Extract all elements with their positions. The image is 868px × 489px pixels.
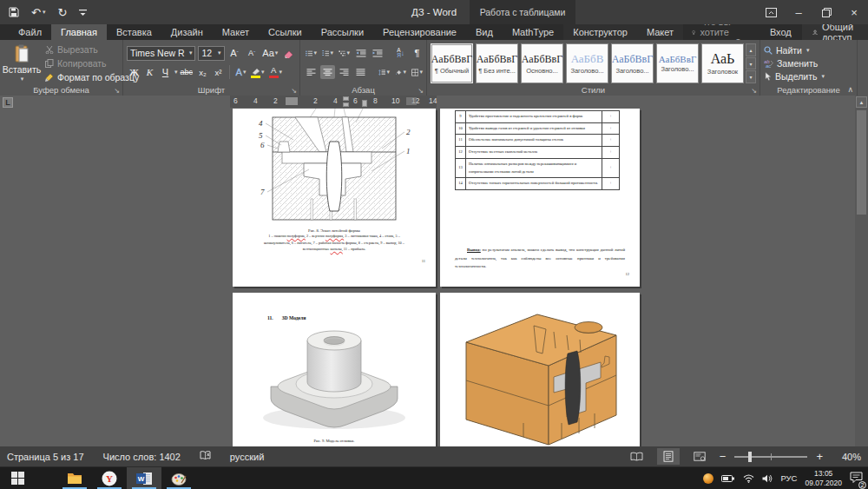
style-heading3[interactable]: АаБбВвГ Заголово... xyxy=(656,43,699,83)
style-no-spacing[interactable]: АаБбВвГ ¶ Без инте... xyxy=(476,43,518,83)
find-button[interactable]: Найти ▾ xyxy=(764,43,853,56)
paste-button[interactable]: Вставить ▾ xyxy=(3,43,40,83)
page-2[interactable]: 9 Удобство проставления и надежность кре… xyxy=(440,109,640,287)
print-layout-button[interactable] xyxy=(657,448,680,465)
taskbar-yandex-browser[interactable]: Y xyxy=(92,467,127,489)
select-button[interactable]: Выделить ▾ xyxy=(764,69,853,83)
borders-dropdown-icon[interactable]: ▾ xyxy=(419,69,423,76)
text-effects-dropdown-icon[interactable]: ▾ xyxy=(243,69,247,76)
font-name-dropdown-icon[interactable]: ▾ xyxy=(189,50,193,56)
style-normal[interactable]: АаБбВвГ ¶ Обычный xyxy=(431,43,473,83)
text-effects-button[interactable]: А ▾ xyxy=(233,65,248,79)
numbering-button[interactable]: ▾ xyxy=(320,46,335,60)
tab-references[interactable]: Ссылки xyxy=(259,24,312,40)
tab-mailings[interactable]: Рассылки xyxy=(312,24,373,40)
multilevel-list-button[interactable]: ▾ xyxy=(337,46,352,60)
tab-design[interactable]: Дизайн xyxy=(161,24,213,40)
tab-insert[interactable]: Вставка xyxy=(107,24,161,40)
start-button[interactable] xyxy=(0,467,35,489)
page-4[interactable] xyxy=(440,293,640,446)
font-name-combo[interactable]: Times New R ▾ xyxy=(127,46,195,61)
redo-button[interactable]: ↻ xyxy=(57,6,67,19)
style-heading1[interactable]: АаБбВ Заголово... xyxy=(566,43,608,83)
customize-qat-button[interactable] xyxy=(79,8,87,17)
bold-button[interactable]: Ж xyxy=(127,65,141,79)
save-button[interactable] xyxy=(9,7,19,17)
align-left-button[interactable] xyxy=(304,65,319,79)
first-line-indent-marker[interactable] xyxy=(343,96,349,101)
horizontal-ruler[interactable]: 6 4 2 2 4 6 8 10 12 14 xyxy=(230,96,437,108)
find-dropdown-icon[interactable]: ▾ xyxy=(806,47,810,54)
sign-in-button[interactable]: Вход xyxy=(760,27,802,37)
superscript-button[interactable]: x² xyxy=(211,65,226,79)
font-size-combo[interactable]: 12 ▾ xyxy=(198,46,224,61)
change-case-button[interactable]: Аа ▾ xyxy=(262,46,279,60)
multilevel-dropdown-icon[interactable]: ▾ xyxy=(346,50,350,56)
page-indicator[interactable]: Страница 5 из 17 xyxy=(7,452,84,462)
shading-dropdown-icon[interactable]: ▾ xyxy=(403,69,406,76)
battery-icon[interactable] xyxy=(721,474,735,483)
language-indicator[interactable]: русский xyxy=(230,452,264,462)
tab-review[interactable]: Рецензирование xyxy=(373,24,466,40)
indent-flag-marker[interactable] xyxy=(362,100,367,107)
font-dialog-launcher-icon[interactable]: ↘ xyxy=(291,87,297,95)
sort-button[interactable]: А Я ↓ xyxy=(393,46,408,60)
ribbon-display-options-button[interactable] xyxy=(757,0,785,24)
style-title[interactable]: АаЬ Заголовок xyxy=(701,43,744,83)
subscript-button[interactable]: x₂ xyxy=(195,65,210,79)
style-body-text[interactable]: АаБбВвГ Основно... xyxy=(521,43,563,83)
hanging-indent-marker[interactable] xyxy=(343,102,349,107)
restore-button[interactable] xyxy=(812,0,840,24)
increase-indent-button[interactable] xyxy=(370,46,385,60)
shading-button[interactable]: ▾ xyxy=(393,65,408,79)
style-gallery-more-button[interactable]: ▾ xyxy=(746,70,756,83)
styles-dialog-launcher-icon[interactable]: ↘ xyxy=(751,87,757,95)
style-heading2[interactable]: АаБбВвГ Заголово... xyxy=(611,43,654,83)
undo-dropdown-arrow-icon[interactable]: ▾ xyxy=(43,9,46,16)
minimize-button[interactable]: – xyxy=(785,0,812,24)
replace-button[interactable]: ab ac Заменить xyxy=(764,56,853,69)
line-spacing-button[interactable]: ▾ xyxy=(377,65,391,79)
tab-home[interactable]: Главная xyxy=(51,24,107,40)
read-mode-button[interactable] xyxy=(626,448,648,465)
underline-button[interactable]: Ч xyxy=(158,65,173,79)
align-center-button[interactable] xyxy=(320,65,335,79)
close-button[interactable]: × xyxy=(840,0,868,24)
scrollbar-thumb[interactable] xyxy=(857,110,866,215)
input-language[interactable]: РУС xyxy=(780,473,797,483)
tab-layout[interactable]: Макет xyxy=(213,24,259,40)
style-scroll-down-button[interactable]: ▾ xyxy=(746,57,756,70)
zoom-slider[interactable] xyxy=(734,456,807,458)
font-color-dropdown-icon[interactable]: ▾ xyxy=(279,69,283,76)
select-dropdown-icon[interactable]: ▾ xyxy=(821,73,825,80)
font-size-dropdown-icon[interactable]: ▾ xyxy=(218,50,221,56)
paragraph-dialog-launcher-icon[interactable]: ↘ xyxy=(418,87,424,95)
grow-font-button[interactable]: Аˆ xyxy=(227,46,242,60)
justify-button[interactable] xyxy=(353,65,368,79)
zoom-in-button[interactable]: + xyxy=(816,450,823,463)
tray-app-icon[interactable] xyxy=(703,473,713,484)
word-count[interactable]: Число слов: 1402 xyxy=(103,452,181,462)
tab-table-design[interactable]: Конструктор xyxy=(563,24,637,40)
web-layout-button[interactable] xyxy=(688,448,711,465)
zoom-level[interactable]: 40% xyxy=(832,452,861,462)
taskbar-file-explorer[interactable] xyxy=(57,467,92,489)
line-spacing-dropdown-icon[interactable]: ▾ xyxy=(386,69,390,76)
vertical-scrollbar[interactable]: ▲ xyxy=(855,96,868,446)
taskbar-word[interactable]: W xyxy=(127,467,161,489)
highlight-button[interactable]: ▾ xyxy=(249,65,266,79)
page-3[interactable]: 11. 3D Модели xyxy=(233,293,436,446)
borders-button[interactable]: ▾ xyxy=(410,65,424,79)
page-1[interactable]: 4 5 6 7 2 1 Рис. 8. Эскиз литейной формы… xyxy=(233,109,436,287)
proofing-status[interactable] xyxy=(200,450,211,463)
italic-button[interactable]: К xyxy=(142,65,157,79)
action-center-button[interactable]: 2 xyxy=(850,471,863,486)
align-right-button[interactable] xyxy=(337,65,352,79)
shrink-font-button[interactable]: Аˇ xyxy=(245,46,260,60)
bullets-dropdown-icon[interactable]: ▾ xyxy=(313,50,317,56)
share-button[interactable]: Общий доступ xyxy=(802,24,868,40)
clear-formatting-button[interactable] xyxy=(281,46,296,60)
taskbar-paint[interactable] xyxy=(161,467,196,489)
font-color-button[interactable]: А ▾ xyxy=(267,65,285,79)
paste-dropdown-arrow-icon[interactable]: ▾ xyxy=(21,76,24,83)
